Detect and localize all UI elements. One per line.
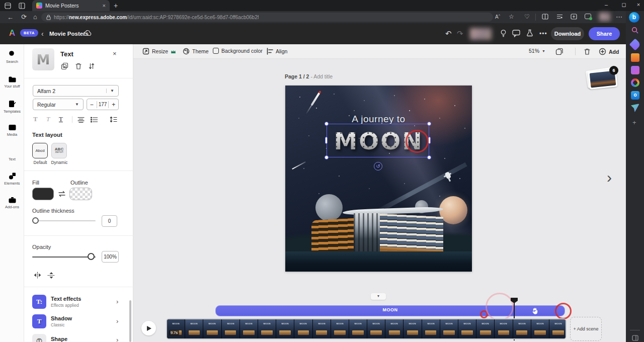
sidebar-add-icon[interactable]: +	[632, 119, 636, 126]
opacity-knob[interactable]	[88, 253, 95, 260]
duplicate-icon[interactable]	[61, 62, 68, 70]
sidebar-search-icon[interactable]	[631, 27, 639, 34]
resize-button[interactable]: Resize	[142, 48, 176, 55]
outline-swatch[interactable]	[69, 188, 92, 200]
poster-subtitle-text[interactable]: A journey to	[285, 114, 472, 125]
home-icon[interactable]: ⌂	[33, 14, 37, 20]
share-button[interactable]: Share	[589, 27, 620, 40]
selection-handle-nw[interactable]	[325, 122, 329, 126]
filmstrip-frame[interactable]: MOON	[258, 319, 276, 338]
split-screen-icon[interactable]	[542, 14, 548, 20]
add-scene-button[interactable]: + Add scene	[570, 317, 602, 341]
tab-close-icon[interactable]: ×	[103, 3, 106, 9]
filmstrip-frame[interactable]: MOON	[513, 319, 531, 338]
panel-close-icon[interactable]: ×	[113, 50, 117, 57]
fill-swatch[interactable]	[32, 188, 54, 200]
selection-handle-se[interactable]	[427, 155, 431, 159]
theme-button[interactable]: Theme	[183, 48, 209, 55]
browser-essentials-icon[interactable]: ♡	[524, 14, 530, 20]
swap-fill-outline-icon[interactable]	[58, 190, 66, 198]
tab-groups-icon[interactable]	[571, 14, 577, 20]
shadow-row[interactable]: T Shadow Classic ›	[32, 314, 123, 328]
express-profile-avatar[interactable]	[470, 28, 492, 40]
new-tab-button[interactable]: +	[114, 2, 118, 10]
rail-item-text[interactable]: Text	[0, 148, 24, 161]
increase-size-button[interactable]: +	[108, 101, 118, 108]
browser-menu-icon[interactable]: ⋯	[616, 14, 622, 20]
filmstrip-frame[interactable]: MOON	[240, 319, 258, 338]
filmstrip-frame[interactable]: MOON	[476, 319, 494, 338]
text-effects-row[interactable]: T: Text effects Effects applied ›	[32, 295, 123, 309]
rail-item-search[interactable]: Search	[0, 50, 24, 64]
comment-icon[interactable]	[512, 30, 520, 37]
sidebar-toggle-icon[interactable]	[632, 335, 638, 341]
filmstrip-frame[interactable]: MOON	[404, 319, 421, 338]
opacity-slider[interactable]	[32, 256, 96, 258]
filmstrip-frame[interactable]: MOON	[313, 319, 331, 338]
collapse-panel-button[interactable]: ▾	[371, 293, 386, 300]
filmstrip-frame[interactable]: MOON	[167, 319, 185, 338]
rail-item-your-stuff[interactable]: Your stuff	[0, 75, 24, 89]
sidebar-games-icon[interactable]	[631, 66, 639, 74]
filmstrip[interactable]: MOONMOONMOONMOONMOONMOONMOONMOONMOONMOON…	[166, 318, 567, 339]
rotate-handle[interactable]: ↺	[374, 162, 382, 170]
text-align-icon[interactable]	[77, 117, 85, 123]
outline-thickness-value[interactable]: 0	[102, 215, 117, 227]
filmstrip-frame[interactable]: MOON	[495, 319, 512, 338]
window-maximize-button[interactable]: ◻	[619, 2, 628, 8]
adobe-express-logo[interactable]: A	[9, 28, 15, 38]
reorder-pages-icon[interactable]	[555, 48, 564, 55]
selection-handle-w[interactable]	[325, 137, 328, 144]
opacity-value[interactable]: 100%	[102, 251, 119, 263]
document-title[interactable]: Movie Posters	[49, 31, 89, 37]
background-color-button[interactable]: Background color	[213, 48, 263, 54]
font-family-select[interactable]: Alfarn 2 ▼	[33, 85, 119, 97]
more-options-icon[interactable]: •••	[539, 30, 547, 37]
filmstrip-frame[interactable]: MOON	[331, 319, 349, 338]
line-spacing-icon[interactable]	[110, 116, 117, 123]
collections-icon[interactable]	[556, 14, 563, 20]
refresh-icon[interactable]: ⟳	[21, 14, 27, 20]
sidebar-designer-icon[interactable]	[631, 78, 639, 87]
zoom-control[interactable]: 51% ▼	[529, 48, 545, 54]
undo-icon[interactable]: ↶	[445, 29, 452, 38]
poster-canvas[interactable]: A journey to MOON ↺	[285, 86, 472, 272]
decrease-size-button[interactable]: −	[87, 101, 97, 108]
filmstrip-frame[interactable]: MOON	[422, 319, 440, 338]
panel-scrollbar[interactable]	[129, 300, 131, 342]
selection-handle-sw[interactable]	[325, 155, 329, 159]
bold-button[interactable]: T	[33, 115, 38, 123]
filmstrip-frame[interactable]: MOON	[276, 319, 294, 338]
layout-default-option[interactable]: Abcd	[32, 143, 48, 158]
download-button[interactable]: Download	[551, 27, 584, 40]
list-icon[interactable]	[91, 117, 98, 123]
shape-row[interactable]: Ⓣ Shape ›	[32, 334, 123, 342]
outline-thickness-slider[interactable]	[32, 220, 96, 221]
filmstrip-frame[interactable]: MOON	[349, 319, 367, 338]
redo-icon[interactable]: ↷	[457, 29, 463, 38]
url-bar[interactable]: https://new.express.adobe.com/id/urn:aai…	[41, 13, 493, 22]
layout-dynamic-option[interactable]: ABCDEFGH	[51, 143, 67, 158]
cloud-sync-icon[interactable]	[84, 30, 92, 36]
filmstrip-frame[interactable]: MOON	[294, 319, 312, 338]
rail-item-elements[interactable]: Elements	[0, 172, 24, 186]
filmstrip-frame[interactable]: MOON	[531, 319, 549, 338]
filmstrip-frame[interactable]: MOON	[203, 319, 221, 338]
flask-icon[interactable]	[526, 29, 533, 37]
filmstrip-frame[interactable]: MOON	[222, 319, 239, 338]
filmstrip-frame[interactable]: MOON	[385, 319, 403, 338]
browser-profile-avatar[interactable]	[599, 13, 610, 21]
window-minimize-button[interactable]: –	[602, 2, 611, 8]
flip-horizontal-icon[interactable]	[33, 272, 42, 279]
sidebar-shopping-bag-icon[interactable]	[631, 53, 639, 62]
workspaces-icon[interactable]	[5, 3, 11, 9]
rail-item-templates[interactable]: Templates	[0, 100, 24, 114]
vertical-tabs-icon[interactable]	[19, 3, 25, 9]
font-weight-select[interactable]: Regular ▼	[33, 99, 84, 110]
lightbulb-icon[interactable]	[500, 29, 507, 38]
wallet-icon[interactable]	[585, 14, 591, 19]
flip-vertical-icon[interactable]	[47, 272, 55, 279]
font-size-value[interactable]: 177	[97, 102, 109, 107]
window-close-button[interactable]: ×	[634, 2, 643, 8]
filmstrip-frame[interactable]: MOON	[440, 319, 458, 338]
